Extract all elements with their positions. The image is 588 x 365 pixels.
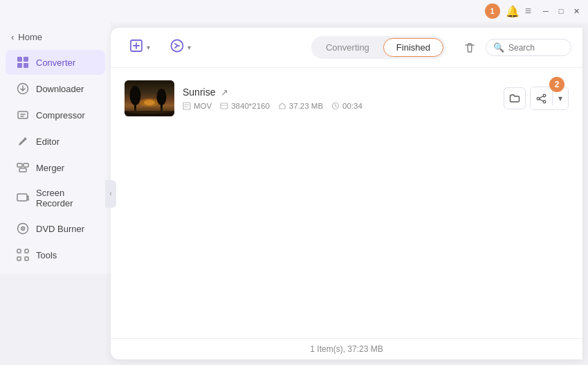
search-icon: 🔍 xyxy=(493,42,504,53)
tab-converting[interactable]: Converting xyxy=(313,39,382,56)
sidebar-back-button[interactable]: ‹ Home xyxy=(0,28,111,46)
file-duration: 00:34 xyxy=(342,102,362,110)
sidebar-item-compressor[interactable]: Compressor xyxy=(6,103,105,127)
file-size: 37.23 MB xyxy=(289,102,323,110)
size-icon xyxy=(278,102,286,110)
file-format: MOV xyxy=(194,102,212,110)
action-group: ▾ xyxy=(530,87,569,110)
sidebar-item-label-compressor: Compressor xyxy=(36,110,85,121)
svg-point-23 xyxy=(130,86,141,105)
svg-rect-28 xyxy=(183,103,190,109)
svg-point-12 xyxy=(22,228,24,229)
svg-rect-13 xyxy=(17,249,21,253)
toolbar-right: 🔍 xyxy=(459,37,571,58)
file-info: Sunrise ↗ MOV xyxy=(183,87,495,110)
compressor-icon xyxy=(17,109,29,121)
bell-icon[interactable]: 🔔 xyxy=(506,5,520,18)
add-file-icon xyxy=(129,38,144,57)
format-icon xyxy=(183,102,191,110)
share-button[interactable] xyxy=(531,87,552,109)
sidebar-wrapper: ‹ Home Converter xyxy=(0,22,111,365)
svg-rect-3 xyxy=(24,63,28,68)
title-bar: 1 🔔 ≡ ─ □ ✕ xyxy=(0,0,588,22)
add-file-chevron-icon: ▾ xyxy=(147,44,150,51)
sidebar: ‹ Home Converter xyxy=(0,22,111,274)
dvd-burner-icon xyxy=(17,222,29,235)
back-label: Home xyxy=(18,32,42,42)
sidebar-item-label-downloader: Downloader xyxy=(36,84,84,94)
svg-rect-9 xyxy=(17,194,27,201)
title-bar-icons: 1 🔔 ≡ xyxy=(485,3,531,19)
convert-button[interactable]: ▾ xyxy=(163,35,198,60)
maximize-button[interactable]: □ xyxy=(555,5,567,17)
svg-rect-15 xyxy=(17,257,21,260)
svg-point-33 xyxy=(543,100,546,103)
back-arrow-icon: ‹ xyxy=(11,32,14,42)
table-row: Sunrise ↗ MOV xyxy=(119,73,574,123)
file-meta: MOV 3840*2160 xyxy=(183,102,495,110)
sidebar-item-downloader[interactable]: Downloader xyxy=(6,76,105,101)
status-bar: 1 Item(s), 37:23 MB xyxy=(111,338,582,359)
file-list: Sunrise ↗ MOV xyxy=(111,68,582,338)
notification-badge[interactable]: 1 xyxy=(485,3,500,19)
file-actions: 2 xyxy=(504,87,569,110)
svg-rect-14 xyxy=(25,249,28,253)
screen-recorder-icon xyxy=(17,192,29,204)
file-thumbnail xyxy=(125,80,174,116)
sidebar-item-label-converter: Converter xyxy=(36,57,75,68)
sidebar-item-label-merger: Merger xyxy=(36,163,64,173)
app-body: ‹ Home Converter xyxy=(0,22,588,365)
file-resolution-item: 3840*2160 xyxy=(220,102,270,110)
sidebar-item-label-tools: Tools xyxy=(36,250,57,260)
svg-point-27 xyxy=(125,108,174,114)
sidebar-collapse-button[interactable]: ‹ xyxy=(105,180,116,208)
file-duration-item: 00:34 xyxy=(331,102,362,110)
svg-rect-0 xyxy=(17,57,22,62)
duration-icon xyxy=(331,102,340,110)
downloader-icon xyxy=(17,82,29,95)
file-name: Sunrise xyxy=(183,87,215,98)
sidebar-item-label-editor: Editor xyxy=(36,136,59,147)
open-folder-button[interactable] xyxy=(504,87,526,109)
svg-point-25 xyxy=(157,89,167,105)
chevron-down-icon: ▾ xyxy=(558,94,562,103)
open-file-icon[interactable]: ↗ xyxy=(221,87,228,98)
file-format-item: MOV xyxy=(183,102,212,110)
sidebar-item-label-dvd-burner: DVD Burner xyxy=(36,224,84,234)
tab-group: Converting Finished xyxy=(311,36,445,59)
minimize-button[interactable]: ─ xyxy=(540,5,552,17)
convert-chevron-icon: ▾ xyxy=(187,44,191,51)
sidebar-item-label-screen-recorder: Screen Recorder xyxy=(36,188,94,208)
svg-point-31 xyxy=(543,94,546,97)
sidebar-item-merger[interactable]: Merger xyxy=(6,155,105,180)
convert-icon xyxy=(169,38,185,57)
file-size-item: 37.23 MB xyxy=(278,102,323,110)
add-file-button[interactable]: ▾ xyxy=(122,35,157,60)
status-text: 1 Item(s), 37:23 MB xyxy=(310,344,383,354)
svg-rect-7 xyxy=(24,163,28,167)
search-box: 🔍 xyxy=(486,39,571,56)
menu-icon[interactable]: ≡ xyxy=(525,5,531,17)
sidebar-item-dvd-burner[interactable]: DVD Burner xyxy=(6,216,105,241)
sidebar-item-editor[interactable]: Editor xyxy=(6,129,105,154)
svg-point-32 xyxy=(537,97,540,100)
sidebar-item-tools[interactable]: Tools xyxy=(6,242,105,267)
main-content: ▾ ▾ Converting Finished xyxy=(111,28,582,359)
close-button[interactable]: ✕ xyxy=(570,5,582,17)
svg-rect-29 xyxy=(221,103,228,109)
action-badge: 2 xyxy=(549,77,564,92)
svg-rect-5 xyxy=(18,112,28,118)
search-input[interactable] xyxy=(508,43,564,53)
file-resolution: 3840*2160 xyxy=(231,102,270,110)
sidebar-item-screen-recorder[interactable]: Screen Recorder xyxy=(6,181,105,215)
svg-rect-16 xyxy=(25,257,28,260)
resolution-icon xyxy=(220,102,228,110)
tab-finished[interactable]: Finished xyxy=(383,38,443,57)
svg-rect-1 xyxy=(24,57,28,62)
file-name-row: Sunrise ↗ xyxy=(183,87,495,98)
merger-icon xyxy=(17,161,29,174)
editor-icon xyxy=(17,135,29,148)
converter-icon xyxy=(17,56,29,69)
sidebar-item-converter[interactable]: Converter xyxy=(6,50,105,75)
delete-button[interactable] xyxy=(459,37,480,58)
